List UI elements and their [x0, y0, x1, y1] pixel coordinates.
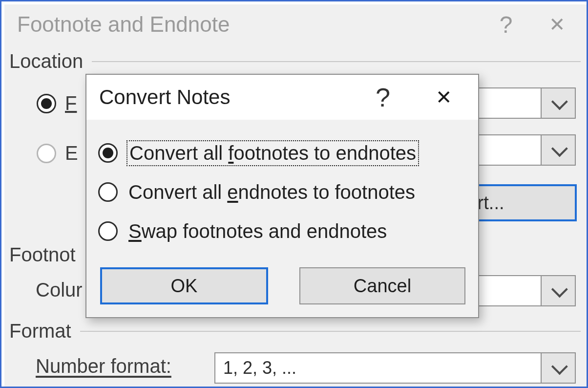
convert-notes-dialog: Convert Notes ? ✕ Convert all footnotes … — [85, 74, 479, 318]
help-icon[interactable]: ? — [484, 11, 528, 38]
viewport-frame: Footnote and Endnote ? ✕ Location F E ve… — [0, 0, 588, 388]
section-layout-label: Footnot — [9, 244, 76, 266]
option-swap[interactable]: Swap footnotes and endnotes — [98, 212, 467, 251]
columns-label: Colur — [36, 279, 83, 301]
radio-icon — [98, 221, 118, 241]
section-format-label: Format — [9, 320, 71, 342]
radio-icon — [37, 94, 56, 113]
radio-icon — [37, 144, 56, 163]
convert-options-group: Convert all footnotes to endnotes Conver… — [98, 133, 467, 251]
section-format: Format — [9, 320, 581, 342]
chevron-down-icon[interactable] — [541, 276, 575, 305]
option-footnotes-to-endnotes[interactable]: Convert all footnotes to endnotes — [98, 133, 467, 172]
close-icon[interactable]: ✕ — [528, 13, 587, 36]
cancel-button[interactable]: Cancel — [299, 267, 465, 304]
number-format-label: Number format: — [36, 355, 171, 377]
child-titlebar: Convert Notes ? ✕ — [86, 75, 478, 120]
section-location: Location — [9, 50, 581, 72]
option-label: Convert all endnotes to footnotes — [126, 180, 417, 204]
radio-endnotes[interactable]: E — [37, 142, 78, 164]
dialog-button-row: OK Cancel — [100, 267, 465, 304]
parent-title: Footnote and Endnote — [17, 12, 484, 37]
number-format-value: 1, 2, 3, ... — [223, 358, 296, 378]
number-format-combo[interactable]: 1, 2, 3, ... — [214, 352, 576, 384]
chevron-down-icon[interactable] — [541, 88, 575, 118]
option-label: Convert all footnotes to endnotes — [126, 140, 419, 166]
section-location-label: Location — [9, 50, 83, 72]
radio-footnotes-label: F — [65, 92, 77, 114]
divider — [80, 331, 581, 332]
help-icon[interactable]: ? — [356, 82, 410, 112]
close-icon[interactable]: ✕ — [410, 86, 478, 108]
radio-footnotes[interactable]: F — [37, 92, 77, 114]
radio-endnotes-label: E — [65, 142, 78, 164]
ok-button-label: OK — [171, 276, 198, 297]
parent-titlebar: Footnote and Endnote ? ✕ — [4, 4, 587, 44]
chevron-down-icon[interactable] — [541, 353, 575, 383]
radio-icon — [98, 182, 118, 202]
radio-icon — [98, 143, 118, 163]
ok-button[interactable]: OK — [100, 267, 268, 304]
child-title: Convert Notes — [99, 86, 356, 109]
chevron-down-icon[interactable] — [541, 135, 575, 165]
option-label: Swap footnotes and endnotes — [126, 219, 389, 243]
cancel-button-label: Cancel — [354, 276, 411, 297]
option-endnotes-to-footnotes[interactable]: Convert all endnotes to footnotes — [98, 172, 467, 212]
divider — [92, 61, 581, 62]
